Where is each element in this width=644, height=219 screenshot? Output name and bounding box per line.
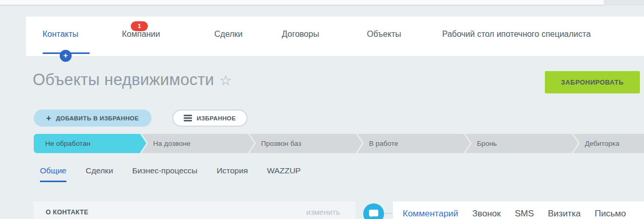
favorite-star-icon[interactable]: ☆ (220, 73, 232, 88)
speech-bubble-shape (369, 210, 378, 216)
nav-item-contacts[interactable]: Контакты 1 (43, 30, 78, 39)
stage-not-processed[interactable]: Не обработан (34, 134, 140, 153)
stage-pipeline: Не обработан На дозвоне Прозвон баз В ра… (34, 134, 644, 153)
nav-item-label: Рабочий стол ипотечного специалиста (442, 30, 591, 38)
detail-tabs: Общие Сделки Бизнес-процессы История WAZ… (40, 166, 300, 182)
about-contact-panel: О КОНТАКТЕ изменить (34, 201, 355, 219)
add-to-favorites-button[interactable]: + ДОБАВИТЬ В ИЗБРАННОЕ (34, 110, 152, 127)
nav-item-label: Договоры (282, 30, 319, 38)
comment-bubble-icon (363, 203, 384, 219)
nav-item-label: Контакты (43, 30, 78, 38)
tab-deals[interactable]: Сделки (86, 166, 113, 182)
tab-general[interactable]: Общие (40, 166, 66, 182)
timeline-tab-sms[interactable]: SMS (515, 209, 534, 219)
stage-booking[interactable]: Бронь (465, 134, 572, 153)
page-title: Объекты недвижимости☆ (33, 71, 232, 89)
stage-in-progress[interactable]: В работе (358, 134, 464, 153)
favorites-button[interactable]: ИЗБРАННОЕ (172, 110, 248, 127)
nav-item-deals[interactable]: Сделки (214, 30, 243, 39)
nav-item-contracts[interactable]: Договоры (282, 30, 319, 39)
tab-wazzup[interactable]: WAZZUP (267, 166, 301, 182)
stage-base-calling[interactable]: Прозвон баз (250, 134, 356, 153)
about-contact-heading: О КОНТАКТЕ (46, 209, 88, 216)
favorites-label: ИЗБРАННОЕ (197, 115, 236, 121)
edit-link[interactable]: изменить (306, 208, 340, 216)
nav-item-label: Компании (122, 30, 160, 38)
nav-item-companies[interactable]: Компании (122, 30, 160, 39)
tab-history[interactable]: История (216, 166, 248, 182)
add-to-favorites-label: ДОБАВИТЬ В ИЗБРАННОЕ (56, 115, 139, 121)
tab-business-processes[interactable]: Бизнес-процессы (132, 166, 198, 182)
page-title-text: Объекты недвижимости (33, 71, 214, 89)
top-strip-corner (604, 0, 644, 6)
timeline-tabs: Комментарий Звонок SMS Визитка Письмо (403, 209, 626, 219)
add-tab-plus-icon[interactable]: + (60, 50, 72, 62)
stage-receivables[interactable]: Дебиторка (573, 134, 644, 153)
timeline-tab-comment[interactable]: Комментарий (403, 209, 458, 219)
plus-icon: + (46, 114, 51, 123)
timeline-tab-card[interactable]: Визитка (548, 209, 581, 219)
browser-top-strip (0, 0, 644, 6)
timeline-connector-line (383, 213, 393, 214)
stage-dialing[interactable]: На дозвоне (142, 134, 248, 153)
timeline-tab-call[interactable]: Звонок (472, 209, 501, 219)
nav-item-objects[interactable]: Объекты (367, 30, 401, 39)
book-button[interactable]: ЗАБРОНИРОВАТЬ (545, 71, 640, 93)
nav-item-label: Сделки (214, 30, 243, 38)
nav-item-mortgage-desktop[interactable]: Рабочий стол ипотечного специалиста (442, 30, 591, 39)
crm-nav-bar: Контакты 1 Компании Сделки Договоры Объе… (26, 17, 644, 56)
timeline-composer-panel: Комментарий Звонок SMS Визитка Письмо (393, 201, 644, 219)
nav-item-label: Объекты (367, 30, 401, 38)
list-icon (184, 114, 192, 123)
timeline-tab-letter[interactable]: Письмо (595, 209, 626, 219)
